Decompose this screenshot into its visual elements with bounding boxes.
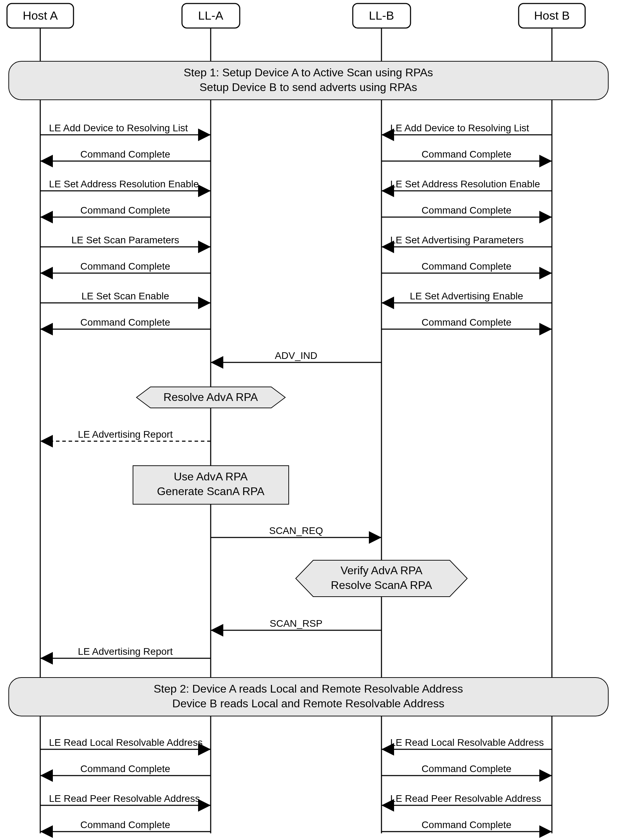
msg-label: LE Add Device to Resolving List (390, 123, 529, 133)
step-label: Device B reads Local and Remote Resolvab… (172, 697, 444, 710)
note-resolve-adva: Resolve AdvA RPA (136, 387, 285, 408)
step-label: Setup Device B to send adverts using RPA… (199, 81, 417, 93)
participant-label: LL-A (198, 9, 223, 22)
note-label: Verify AdvA RPA (341, 564, 423, 577)
msg-label: LE Set Address Resolution Enable (390, 179, 540, 189)
msg-label: SCAN_REQ (269, 525, 323, 536)
msg-label: Command Complete (81, 317, 170, 328)
msg-label: Command Complete (81, 819, 170, 830)
note-label: Resolve ScanA RPA (331, 579, 432, 592)
msg-label: Command Complete (81, 261, 170, 272)
msg-label: LE Advertising Report (78, 429, 173, 440)
msg-label: LE Set Advertising Enable (410, 291, 523, 302)
step-label: Step 1: Setup Device A to Active Scan us… (184, 66, 433, 79)
msg-label: Command Complete (81, 205, 170, 216)
participant-label: Host B (534, 9, 570, 22)
msg-label: Command Complete (422, 261, 512, 272)
participant-label: LL-B (369, 9, 394, 22)
msg-label: LE Read Local Resolvable Address (390, 737, 544, 748)
participant-host-b: Host B (519, 3, 585, 28)
msg-label: LE Set Scan Enable (81, 291, 170, 302)
msg-label: LE Set Scan Parameters (71, 235, 179, 245)
msg-label: LE Read Local Resolvable Address (49, 737, 203, 748)
msg-label: Command Complete (422, 763, 512, 774)
participant-label: Host A (23, 9, 58, 22)
msg-label: Command Complete (81, 149, 170, 160)
step-2-banner: Step 2: Device A reads Local and Remote … (9, 677, 608, 716)
note-label: Generate ScanA RPA (157, 485, 264, 498)
note-label: Use AdvA RPA (174, 470, 248, 483)
sequence-diagram: Host A LL-A LL-B Host B Step 1: Setup De… (0, 0, 617, 840)
msg-label: Command Complete (422, 205, 512, 216)
msg-label: LE Add Device to Resolving List (49, 123, 188, 133)
participant-ll-a: LL-A (182, 3, 240, 28)
msg-label: LE Set Address Resolution Enable (49, 179, 199, 189)
msg-label: LE Read Peer Resolvable Address (49, 793, 200, 804)
participant-host-a: Host A (7, 3, 74, 28)
msg-label: LE Set Advertising Parameters (390, 235, 524, 245)
participant-ll-b: LL-B (353, 3, 410, 28)
msg-label: ADV_IND (275, 350, 317, 361)
msg-label: Command Complete (81, 763, 170, 774)
note-verify: Verify AdvA RPA Resolve ScanA RPA (296, 560, 467, 597)
note-label: Resolve AdvA RPA (164, 391, 258, 403)
msg-label: LE Read Peer Resolvable Address (390, 793, 541, 804)
step-label: Step 2: Device A reads Local and Remote … (154, 682, 463, 695)
msg-label: Command Complete (422, 149, 512, 160)
step-1-banner: Step 1: Setup Device A to Active Scan us… (9, 61, 608, 100)
note-use-adva: Use AdvA RPA Generate ScanA RPA (133, 466, 289, 504)
msg-label: SCAN_RSP (270, 618, 323, 629)
msg-label: Command Complete (422, 819, 512, 830)
msg-label: LE Advertising Report (78, 646, 173, 657)
msg-label: Command Complete (422, 317, 512, 328)
